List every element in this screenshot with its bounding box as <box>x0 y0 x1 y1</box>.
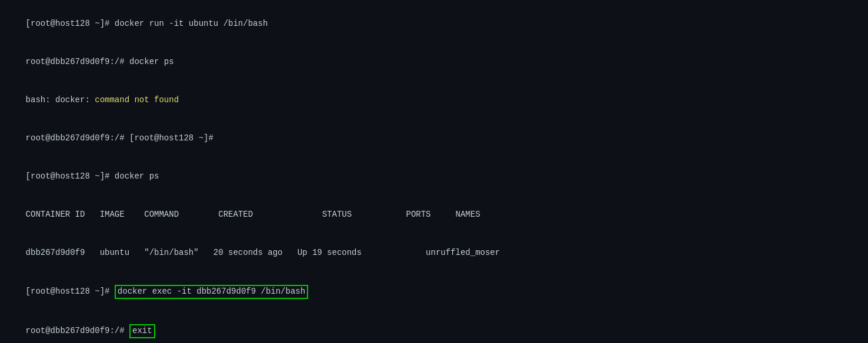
prompt-1: [root@host128 ~]# docker run -it ubuntu … <box>26 19 268 28</box>
line-3: bash: docker: command not found <box>6 81 862 119</box>
line-1: [root@host128 ~]# docker run -it ubuntu … <box>6 5 862 43</box>
exec-command-box: docker exec -it dbb267d9d0f9 /bin/bash <box>115 285 308 299</box>
table-row-1: dbb267d9d0f9 ubuntu "/bin/bash" 20 secon… <box>6 234 862 272</box>
tr1-text: dbb267d9d0f9 ubuntu "/bin/bash" 20 secon… <box>26 248 500 257</box>
line-2: root@dbb267d9d0f9:/# docker ps <box>6 43 862 81</box>
line-4: root@dbb267d9d0f9:/# [root@host128 ~]# <box>6 119 862 157</box>
prompt-2: root@dbb267d9d0f9:/# docker ps <box>26 57 174 66</box>
bash-prefix: bash: docker: <box>26 95 95 105</box>
line-8: [root@host128 ~]# docker exec -it dbb267… <box>6 272 862 311</box>
terminal: [root@host128 ~]# docker run -it ubuntu … <box>0 0 868 343</box>
table-header-1: CONTAINER ID IMAGE COMMAND CREATED STATU… <box>6 196 862 234</box>
exit-box-green: exit <box>129 324 155 338</box>
line-5-text: [root@host128 ~]# docker ps <box>26 172 159 181</box>
line-5: [root@host128 ~]# docker ps <box>6 157 862 196</box>
line-4-text: root@dbb267d9d0f9:/# [root@host128 ~]# <box>26 133 213 143</box>
prompt-8: [root@host128 ~]# <box>26 287 115 296</box>
th1-text: CONTAINER ID IMAGE COMMAND CREATED STATU… <box>26 210 480 219</box>
exit-text-green: exit <box>132 326 152 335</box>
line-9: root@dbb267d9d0f9:/# exit <box>6 311 862 343</box>
error-text: command not found <box>95 95 179 105</box>
exec-command-text: docker exec -it dbb267d9d0f9 /bin/bash <box>118 287 305 296</box>
prompt-9: root@dbb267d9d0f9:/# <box>26 326 129 335</box>
